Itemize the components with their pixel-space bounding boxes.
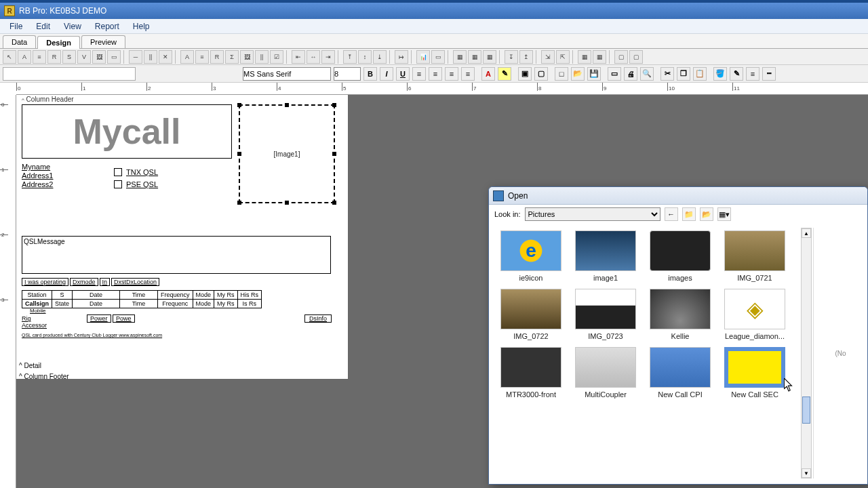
back-icon[interactable]: ← [665,207,678,221]
power-field[interactable]: Powe [113,314,135,323]
cross-icon[interactable]: ✕ [159,50,172,64]
underline-button[interactable]: U [396,67,410,81]
memo-icon[interactable]: ≡ [33,50,46,64]
mycall-label[interactable]: Mycall [22,104,232,159]
line-style-button[interactable]: ┅ [762,67,776,81]
dbcheck-icon[interactable]: ☑ [270,50,283,64]
menu-file[interactable]: File [3,20,29,33]
tab-data[interactable]: Data [3,35,36,48]
nudge2-icon[interactable]: ↥ [519,50,533,64]
file-item[interactable]: MTR3000-front [498,347,564,399]
scroll-up-icon[interactable]: ▲ [802,228,811,238]
file-item[interactable]: New Call SEC [722,347,787,399]
sub2-icon[interactable]: ▦ [483,50,496,64]
var-icon[interactable]: V [77,50,91,64]
qsl-message-box[interactable]: QSLMessage [22,236,331,274]
font-select[interactable] [243,67,331,81]
align-vmid-icon[interactable]: ↕ [358,50,372,64]
paste-button[interactable]: 📋 [693,67,707,81]
grid2-icon[interactable]: ▦ [593,50,606,64]
power-label[interactable]: Power [87,314,111,323]
file-list[interactable]: eie9iconimage1imagesIMG_0721IMG_0722IMG_… [496,228,801,479]
file-item[interactable]: ◈League_diamon... [722,289,787,340]
page-icon[interactable]: ▭ [431,50,445,64]
file-item[interactable]: New Call CPI [648,347,713,399]
op-label[interactable]: I was operating [22,278,68,286]
size1-icon[interactable]: ⇲ [541,50,555,64]
align-top-icon[interactable]: ⤒ [343,50,357,64]
dbbar-icon[interactable]: || [255,50,269,64]
band-column-footer[interactable]: ^ Column Footer [19,373,69,380]
file-item[interactable]: image1 [573,230,638,282]
align-center-button[interactable]: ≡ [429,67,442,81]
file-item[interactable]: MultiCoupler [573,347,638,399]
back-button[interactable]: ▢ [534,67,548,81]
scroll-down-icon[interactable]: ▼ [802,468,811,478]
scroll-thumb[interactable] [802,396,810,424]
extra2-icon[interactable]: ▢ [629,50,643,64]
line-width-button[interactable]: ≡ [746,67,760,81]
object-name-field[interactable] [3,67,136,81]
file-scrollbar[interactable]: ▲ ▼ [801,228,812,479]
menu-report[interactable]: Report [88,20,126,33]
align-justify-button[interactable]: ≡ [461,67,475,81]
richtext-icon[interactable]: R [47,50,61,64]
checkbox-pse[interactable] [114,180,122,188]
tab-design[interactable]: Design [37,36,80,49]
file-item[interactable]: IMG_0723 [573,289,638,340]
extra1-icon[interactable]: ▢ [614,50,628,64]
bold-button[interactable]: B [363,67,377,81]
dbcalc-icon[interactable]: Σ [225,50,239,64]
band-detail[interactable]: ^ Detail [19,362,41,369]
text-icon[interactable]: A [18,50,31,64]
highlight-button[interactable]: ✎ [498,67,511,81]
copy-button[interactable]: ❐ [677,67,690,81]
new-folder-icon[interactable]: 📂 [700,207,713,221]
menu-help[interactable]: Help [126,20,157,33]
align-left-icon[interactable]: ⇤ [292,50,305,64]
image-placeholder[interactable]: [Image1] [239,104,335,203]
tab-preview[interactable]: Preview [81,35,125,48]
nudge1-icon[interactable]: ↧ [505,50,518,64]
italic-button[interactable]: I [380,67,393,81]
accessor-label[interactable]: Accessor [22,322,345,329]
page-setup-button[interactable]: ▭ [608,67,621,81]
dbimage-icon[interactable]: 🖼 [240,50,254,64]
print-button[interactable]: 🖨 [624,67,637,81]
fill-color-button[interactable]: 🪣 [713,67,727,81]
lookin-select[interactable]: Pictures [525,207,660,221]
front-button[interactable]: ▣ [518,67,532,81]
line-icon[interactable]: ─ [129,50,142,64]
space-h-icon[interactable]: ↦ [395,50,408,64]
file-item[interactable]: images [648,230,713,282]
up-folder-icon[interactable]: 📁 [682,207,696,221]
barcode-icon[interactable]: || [144,50,157,64]
dialog-title-bar[interactable]: Open [489,187,867,205]
menu-view[interactable]: View [57,20,88,33]
font-color-button[interactable]: A [481,67,495,81]
new-button[interactable]: □ [555,67,568,81]
region-icon[interactable]: ▦ [453,50,467,64]
file-item[interactable]: IMG_0722 [498,289,564,340]
size2-icon[interactable]: ⇱ [556,50,570,64]
op-location[interactable]: DxstDxLocation [111,278,159,286]
pointer-icon[interactable]: ↖ [3,50,16,64]
view-menu-icon[interactable]: ▦▾ [717,207,731,221]
image-icon[interactable]: 🖼 [92,50,106,64]
align-left-button[interactable]: ≡ [412,67,426,81]
align-right-icon[interactable]: ⇥ [321,50,335,64]
rig-label[interactable]: Rig [22,315,31,322]
op-in[interactable]: In [100,278,111,286]
band-column-header[interactable]: ^ Column Header [19,95,77,104]
align-center-icon[interactable]: ↔ [307,50,320,64]
open-button[interactable]: 📂 [571,67,585,81]
op-dxmode[interactable]: Dxmode [70,278,98,286]
align-bottom-icon[interactable]: ⤓ [373,50,387,64]
preview-button[interactable]: 🔍 [640,67,654,81]
file-item[interactable]: eie9icon [498,230,564,282]
save-button[interactable]: 💾 [587,67,601,81]
checkbox-tnx[interactable] [114,168,122,176]
font-size-select[interactable] [334,67,361,81]
line-color-button[interactable]: ✎ [730,67,743,81]
dsinfo-box[interactable]: DsInfo [304,314,332,323]
